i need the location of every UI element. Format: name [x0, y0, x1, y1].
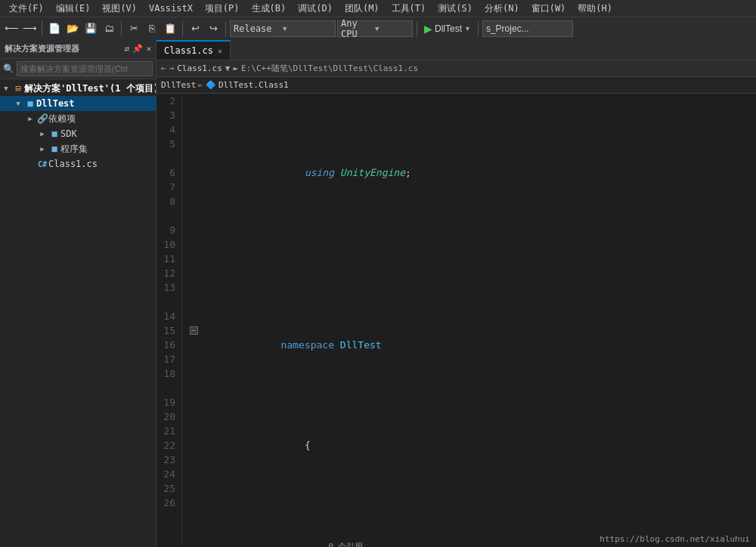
nav-filename: Class1.cs [177, 63, 222, 73]
s-project-search[interactable] [482, 20, 573, 37]
dlltest-arrow: ▼ [12, 100, 24, 107]
tree-item-sdk[interactable]: ▶ ■ SDK [0, 126, 156, 141]
line-text-2: using UnityEngine; [198, 151, 756, 194]
breadcrumb-class: 🔷 [206, 80, 216, 90]
sdk-arrow: ▶ [36, 130, 48, 138]
tree-item-deps[interactable]: ▶ 🔗 依赖项 [0, 111, 156, 126]
editor-breadcrumb: DllTest ► 🔷 DllTest.Class1 [156, 77, 756, 94]
class1-icon: C# [36, 160, 48, 168]
sidebar-close-icon[interactable]: ✕ [146, 44, 151, 54]
run-button[interactable]: ▶ DllTest ▼ [421, 23, 474, 35]
menu-tools[interactable]: 工具(T) [386, 1, 432, 17]
menu-team[interactable]: 团队(M) [339, 1, 386, 17]
search-icon: 🔍 [3, 63, 14, 74]
code-line-5: { [182, 424, 756, 467]
code-lines: using UnityEngine; − [182, 94, 756, 547]
editor-nav: ← → Class1.cs ▼ ► E:\C++随笔\DllTest\DllTe… [156, 60, 756, 77]
sidebar-search-input[interactable] [17, 61, 153, 76]
tab-bar: Class1.cs ✕ [156, 39, 756, 60]
solution-arrow: ▼ [0, 85, 12, 92]
new-btn[interactable]: 📄 [46, 20, 63, 37]
dlltest-icon: ■ [24, 98, 36, 109]
forward-btn[interactable]: ⟶ [21, 20, 38, 37]
release-dropdown[interactable]: Release ▼ [230, 20, 336, 37]
code-line-4: − namespace DllTest [182, 323, 756, 366]
back-btn[interactable]: ⟵ [3, 20, 20, 37]
menu-test[interactable]: 测试(S) [432, 1, 479, 17]
menu-build[interactable]: 生成(B) [246, 1, 293, 17]
code-editor: 2 3 4 5 6 7 8 9 10 11 12 13 14 15 16 17 … [156, 94, 756, 547]
code-content[interactable]: using UnityEngine; − [182, 94, 756, 547]
menu-file[interactable]: 文件(F) [3, 1, 50, 17]
open-btn[interactable]: 📂 [64, 20, 81, 37]
cpu-arrow: ▼ [375, 25, 409, 32]
code-line-3 [182, 252, 756, 266]
nav-full-path: E:\C++随笔\DllTest\DllTest\Class1.cs [241, 63, 418, 74]
sep5 [417, 21, 417, 36]
class1-label: Class1.cs [48, 159, 98, 169]
nav-forward[interactable]: → [169, 63, 175, 73]
paste-btn[interactable]: 📋 [162, 20, 178, 37]
cpu-dropdown[interactable]: Any CPU ▼ [337, 20, 413, 37]
menu-debug[interactable]: 调试(D) [292, 1, 339, 17]
sidebar: 解决方案资源管理器 ⇄ 📌 ✕ 🔍 ▼ ⊟ 解决方案'DllTest'(1 个项… [0, 39, 156, 547]
code-line-2: using UnityEngine; [182, 151, 756, 194]
save-all-btn[interactable]: 🗂 [101, 20, 117, 37]
sdk-label: SDK [60, 128, 77, 139]
nav-back[interactable]: ← [161, 63, 166, 73]
redo-btn[interactable]: ↪ [205, 20, 222, 37]
dlltest-label: DllTest [36, 98, 75, 109]
menu-view[interactable]: 视图(V) [96, 1, 143, 17]
breadcrumb-sep: ► [198, 80, 203, 90]
sep6 [478, 21, 479, 36]
nav-down[interactable]: ▼ [225, 63, 231, 73]
tree-item-solution[interactable]: ▼ ⊟ 解决方案'DllTest'(1 个项目) [0, 81, 156, 96]
editor-area: Class1.cs ✕ ← → Class1.cs ▼ ► E:\C++随笔\D… [156, 39, 756, 547]
line-numbers: 2 3 4 5 6 7 8 9 10 11 12 13 14 15 16 17 … [156, 94, 182, 547]
run-icon: ▶ [424, 23, 432, 35]
tree-item-class1[interactable]: ▶ C# Class1.cs [0, 156, 156, 172]
solution-icon: ⊟ [12, 83, 24, 94]
save-btn[interactable]: 💾 [82, 20, 99, 37]
pin-icon[interactable]: 📌 [132, 44, 143, 54]
tree-item-dlltest[interactable]: ▼ ■ DllTest [0, 96, 156, 111]
assemblies-label: 程序集 [60, 143, 88, 156]
menu-vassistx[interactable]: VAssistX [143, 2, 199, 15]
menu-edit[interactable]: 编辑(E) [50, 1, 97, 17]
tree-item-assemblies[interactable]: ▶ ■ 程序集 [0, 141, 156, 156]
menu-bar: 文件(F) 编辑(E) 视图(V) VAssistX 项目(P) 生成(B) 调… [0, 0, 756, 17]
deps-icon: 🔗 [36, 113, 48, 124]
sidebar-title: 解决方案资源管理器 [5, 43, 79, 54]
sidebar-header: 解决方案资源管理器 ⇄ 📌 ✕ [0, 39, 156, 59]
sdk-icon: ■ [48, 128, 60, 139]
menu-window[interactable]: 窗口(W) [525, 1, 572, 17]
breadcrumb-dlltest[interactable]: DllTest [161, 80, 196, 90]
menu-project[interactable]: 项目(P) [199, 1, 246, 17]
sidebar-tree: ▼ ⊟ 解决方案'DllTest'(1 个项目) ▼ ■ DllTest ▶ 🔗… [0, 79, 156, 547]
release-arrow: ▼ [283, 25, 332, 32]
breadcrumb-class-name[interactable]: DllTest.Class1 [218, 80, 289, 90]
assemblies-arrow: ▶ [36, 145, 48, 153]
sep3 [182, 21, 183, 36]
run-label: DllTest [435, 23, 462, 34]
cut-btn[interactable]: ✂ [125, 20, 142, 37]
tab-class1[interactable]: Class1.cs ✕ [156, 40, 231, 60]
fold-btn-4[interactable]: − [190, 326, 198, 335]
nav-path: ► [233, 63, 238, 73]
menu-help[interactable]: 帮助(H) [572, 1, 618, 17]
deps-label: 依赖项 [48, 113, 76, 125]
undo-btn[interactable]: ↩ [187, 20, 203, 37]
assemblies-icon: ■ [48, 144, 60, 154]
run-arrow: ▼ [464, 25, 471, 32]
tab-close[interactable]: ✕ [218, 47, 222, 55]
main-container: 解决方案资源管理器 ⇄ 📌 ✕ 🔍 ▼ ⊟ 解决方案'DllTest'(1 个项… [0, 39, 756, 547]
sync-icon[interactable]: ⇄ [125, 44, 130, 54]
sep1 [42, 21, 42, 36]
sidebar-search: 🔍 [0, 59, 156, 79]
solution-label: 解决方案'DllTest'(1 个项目) [24, 82, 156, 95]
copy-btn[interactable]: ⎘ [144, 20, 160, 37]
tab-label: Class1.cs [164, 45, 213, 56]
menu-analyze[interactable]: 分析(N) [479, 1, 525, 17]
line-text-4: namespace DllTest [198, 323, 756, 366]
sep4 [225, 21, 226, 36]
